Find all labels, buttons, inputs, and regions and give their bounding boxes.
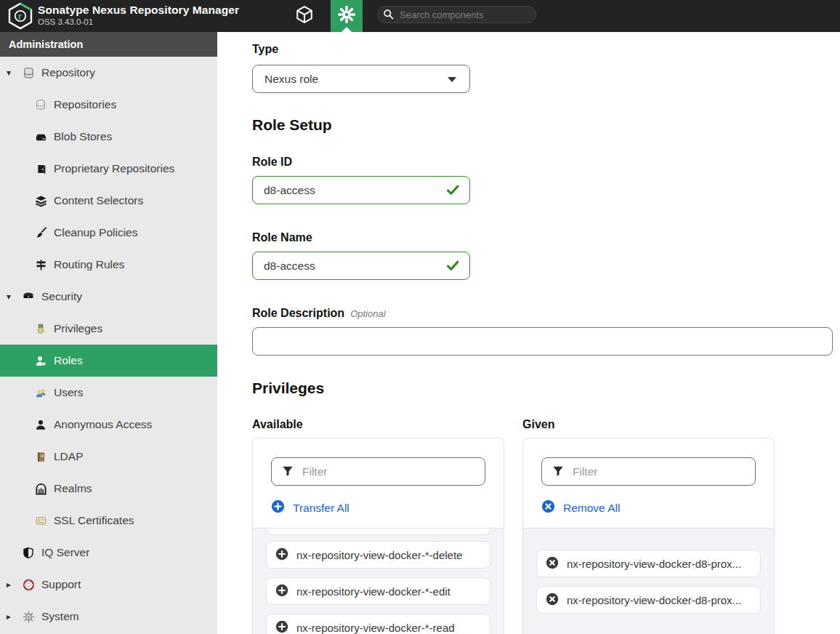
sidebar-item-routing-rules[interactable]: Routing Rules bbox=[0, 249, 217, 281]
repositories-icon bbox=[33, 98, 48, 111]
available-card-header: Transfer All bbox=[253, 438, 504, 529]
sidebar-item-label: Repository bbox=[41, 66, 95, 79]
sidebar-item-realms[interactable]: Realms bbox=[0, 473, 217, 505]
sidebar-item-label: Roles bbox=[54, 354, 83, 367]
sidebar-header: Administration bbox=[0, 32, 217, 57]
given-privileges-list[interactable]: nx-repository-view-docker-d8-prox... nx-… bbox=[523, 529, 774, 634]
role-type-value: Nexus role bbox=[264, 73, 318, 86]
privilege-item[interactable]: nx-repository-view-docker-d8-prox... bbox=[536, 586, 761, 614]
available-privileges-list[interactable]: nx-repository-view-docker-*-delete nx-re… bbox=[253, 529, 504, 634]
role-id-field-wrap bbox=[252, 176, 470, 204]
realms-icon bbox=[33, 482, 48, 495]
sidebar-item-privileges[interactable]: Privileges bbox=[0, 313, 217, 345]
svg-text:r: r bbox=[18, 12, 22, 22]
cleanup-policies-icon bbox=[33, 226, 48, 239]
sidebar-item-security[interactable]: ▾ Security bbox=[0, 281, 217, 313]
routing-rules-icon bbox=[33, 258, 48, 271]
available-privileges-card: Transfer All nx-repository-view-docker-*… bbox=[252, 438, 504, 634]
admin-sidebar: Administration ▾ Repository Repositories… bbox=[0, 32, 217, 634]
role-name-input[interactable] bbox=[252, 252, 470, 280]
remove-all-label: Remove All bbox=[563, 502, 620, 515]
support-icon bbox=[21, 578, 36, 591]
browse-mode-button[interactable] bbox=[288, 0, 320, 32]
scrolled-item-partial[interactable] bbox=[266, 529, 490, 535]
chevron-down-icon bbox=[448, 77, 456, 82]
privilege-item-label: nx-repository-view-docker-*-read bbox=[296, 622, 455, 634]
remove-all-button[interactable]: Remove All bbox=[541, 499, 620, 516]
privilege-item[interactable]: nx-repository-view-docker-*-read bbox=[266, 614, 490, 634]
given-privileges-card: Remove All nx-repository-view-docker-d8-… bbox=[522, 438, 775, 634]
privilege-item[interactable]: nx-repository-view-docker-*-edit bbox=[266, 577, 490, 605]
search-input[interactable] bbox=[377, 6, 536, 23]
browse-cube-icon bbox=[295, 5, 314, 27]
circle-plus-icon bbox=[275, 620, 288, 634]
system-icon bbox=[21, 610, 36, 623]
privilege-item[interactable]: nx-repository-view-docker-*-delete bbox=[266, 541, 490, 569]
sidebar-item-label: Anonymous Access bbox=[54, 418, 152, 431]
role-setup-heading: Role Setup bbox=[252, 116, 332, 134]
blob-stores-icon bbox=[33, 130, 48, 143]
role-description-label-text: Role Description bbox=[252, 307, 344, 319]
sidebar-item-label: Blob Stores bbox=[54, 130, 112, 143]
sidebar-item-content-selectors[interactable]: Content Selectors bbox=[0, 185, 217, 217]
circle-plus-icon bbox=[275, 584, 288, 599]
transfer-all-label: Transfer All bbox=[293, 502, 350, 515]
optional-hint: Optional bbox=[350, 308, 385, 319]
available-filter-input[interactable] bbox=[271, 457, 485, 486]
sidebar-item-iq-server[interactable]: IQ Server bbox=[0, 537, 217, 569]
chevron-down-icon[interactable]: ▾ bbox=[7, 68, 21, 78]
sidebar-item-cleanup-policies[interactable]: Cleanup Policies bbox=[0, 217, 217, 249]
sidebar-item-label: Security bbox=[41, 290, 82, 303]
circle-x-icon bbox=[546, 556, 559, 571]
nexus-repository-manager-window: r Sonatype Nexus Repository Manager OSS … bbox=[0, 0, 840, 634]
sidebar-item-support[interactable]: ▸ Support bbox=[0, 569, 217, 601]
sidebar-item-label: Proprietary Repositories bbox=[54, 162, 174, 175]
administration-mode-button[interactable] bbox=[331, 0, 363, 32]
anonymous-access-icon bbox=[33, 418, 48, 431]
valid-check-icon bbox=[446, 259, 460, 276]
app-title: Sonatype Nexus Repository Manager bbox=[38, 3, 239, 17]
chevron-right-icon[interactable]: ▸ bbox=[7, 611, 21, 622]
role-id-input[interactable] bbox=[252, 176, 470, 204]
sidebar-item-system[interactable]: ▸ System bbox=[0, 601, 217, 633]
app-version: OSS 3.43.0-01 bbox=[38, 17, 239, 27]
sidebar-item-repositories[interactable]: Repositories bbox=[0, 89, 217, 121]
chevron-down-icon[interactable]: ▾ bbox=[7, 292, 21, 302]
sidebar-item-repository[interactable]: ▾ Repository bbox=[0, 57, 217, 89]
privilege-item[interactable]: nx-repository-view-docker-d8-prox... bbox=[536, 550, 761, 577]
chevron-right-icon[interactable]: ▸ bbox=[7, 579, 21, 590]
circle-plus-icon bbox=[275, 547, 288, 563]
sidebar-item-label: Privileges bbox=[54, 322, 102, 335]
role-description-field-wrap bbox=[252, 327, 833, 356]
sidebar-item-users[interactable]: Users bbox=[0, 377, 217, 409]
role-description-input[interactable] bbox=[252, 327, 833, 356]
privileges-icon bbox=[33, 322, 48, 335]
sidebar-item-label: System bbox=[41, 610, 79, 623]
nexus-logo-icon: r bbox=[7, 2, 33, 30]
sidebar-item-anonymous-access[interactable]: Anonymous Access bbox=[0, 409, 217, 441]
security-icon bbox=[21, 290, 36, 303]
app-title-block: Sonatype Nexus Repository Manager OSS 3.… bbox=[38, 3, 239, 27]
circle-plus-icon bbox=[271, 499, 285, 516]
given-filter-input[interactable] bbox=[541, 457, 756, 486]
admin-gear-icon bbox=[338, 6, 355, 26]
sidebar-item-label: Users bbox=[54, 386, 83, 399]
privileges-heading: Privileges bbox=[252, 380, 324, 397]
transfer-all-button[interactable]: Transfer All bbox=[271, 499, 350, 516]
role-type-select[interactable]: Nexus role bbox=[252, 65, 470, 93]
sidebar-item-blob-stores[interactable]: Blob Stores bbox=[0, 121, 217, 153]
ldap-icon bbox=[33, 450, 48, 463]
sidebar-item-ssl-certificates[interactable]: SSL Certificates bbox=[0, 505, 217, 537]
privilege-item-label: nx-repository-view-docker-d8-prox... bbox=[567, 594, 741, 606]
privilege-item-label: nx-repository-view-docker-d8-prox... bbox=[567, 558, 741, 570]
ssl-certificates-icon bbox=[33, 514, 48, 527]
sidebar-item-label: Content Selectors bbox=[54, 194, 143, 207]
sidebar-item-proprietary-repositories[interactable]: Proprietary Repositories bbox=[0, 153, 217, 185]
sidebar-item-ldap[interactable]: LDAP bbox=[0, 441, 217, 473]
filter-funnel-icon bbox=[282, 465, 294, 480]
available-label: Available bbox=[252, 418, 303, 431]
sidebar-item-roles[interactable]: Roles bbox=[0, 345, 217, 377]
circle-x-icon bbox=[541, 499, 555, 516]
valid-check-icon bbox=[446, 183, 460, 200]
privilege-item-label: nx-repository-view-docker-*-delete bbox=[296, 549, 462, 561]
